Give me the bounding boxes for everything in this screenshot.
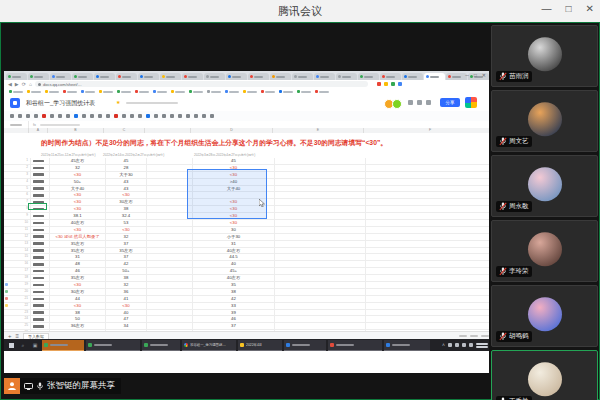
empty-cell[interactable] <box>275 275 366 281</box>
gap-cell[interactable] <box>147 296 193 302</box>
score-cell-c[interactable]: 40 <box>106 310 147 316</box>
score-cell-d[interactable]: 37 <box>193 323 275 329</box>
empty-cell[interactable] <box>275 282 366 288</box>
score-cell-b[interactable]: 50 <box>50 316 106 322</box>
taskbar-window-button[interactable] <box>284 340 326 351</box>
minimize-button[interactable]: — <box>542 3 552 14</box>
score-cell-c[interactable]: 32 <box>106 234 147 240</box>
toolbar-icon[interactable] <box>130 114 134 118</box>
score-cell-c[interactable]: 53 <box>106 220 147 226</box>
name-cell[interactable] <box>31 323 50 329</box>
score-cell-b[interactable]: 40左右 <box>50 220 106 226</box>
toolbar-icon[interactable] <box>50 114 54 118</box>
bookmark-item[interactable] <box>243 90 257 93</box>
name-cell[interactable] <box>31 316 50 322</box>
empty-cell[interactable] <box>366 227 489 233</box>
gap-cell[interactable] <box>147 227 193 233</box>
score-cell-b[interactable]: 35左右 <box>50 275 106 281</box>
reload-icon[interactable]: ⟳ <box>22 80 26 88</box>
table-row[interactable]: 2536左右3437 <box>4 323 489 330</box>
gap-cell[interactable] <box>147 275 193 281</box>
score-cell-b[interactable]: 大于40 <box>50 186 106 192</box>
empty-cell[interactable] <box>366 303 489 309</box>
score-cell-b[interactable]: 36左右 <box>50 323 106 329</box>
table-row[interactable]: 23384039 <box>4 310 489 317</box>
name-cell[interactable] <box>31 165 50 171</box>
score-cell-b[interactable]: 32 <box>50 165 106 171</box>
table-row[interactable]: 145左右4545 <box>4 158 489 165</box>
participant-tile[interactable]: 周永敭 <box>491 155 598 217</box>
empty-cell[interactable] <box>366 199 489 205</box>
cell-selection-range[interactable] <box>187 169 267 219</box>
gap-cell[interactable] <box>147 234 193 240</box>
forward-icon[interactable]: ▶ <box>15 80 19 88</box>
browser-tab[interactable] <box>424 73 445 80</box>
toolbar-icon[interactable] <box>10 114 14 118</box>
toolbar-icon[interactable] <box>90 114 94 118</box>
score-cell-c[interactable]: <30 <box>106 303 147 309</box>
tray-icon[interactable] <box>469 343 473 347</box>
empty-cell[interactable] <box>275 172 366 178</box>
participant-tile[interactable]: 周文艺 <box>491 90 598 152</box>
empty-cell[interactable] <box>275 234 366 240</box>
name-cell[interactable] <box>31 179 50 185</box>
gap-cell[interactable] <box>147 158 193 164</box>
browser-tab[interactable] <box>182 73 203 80</box>
table-row[interactable]: 19<303235 <box>4 282 489 289</box>
gap-cell[interactable] <box>147 220 193 226</box>
browser-tab[interactable] <box>380 73 401 80</box>
toolbar-icon[interactable] <box>194 114 198 118</box>
score-cell-b[interactable]: <30 <box>50 282 106 288</box>
score-cell-b[interactable]: 35左右 <box>50 248 106 254</box>
score-cell-b[interactable]: <30 <box>50 303 106 309</box>
toolbar-icon[interactable] <box>34 114 38 118</box>
toolbar-icon[interactable] <box>106 114 110 118</box>
empty-cell[interactable] <box>366 213 489 219</box>
bookmark-item[interactable] <box>207 90 221 93</box>
bookmark-item[interactable] <box>279 90 293 93</box>
empty-cell[interactable] <box>275 310 366 316</box>
score-cell-d[interactable]: 40左右 <box>193 248 275 254</box>
taskbar-window-button[interactable] <box>384 340 430 351</box>
name-cell[interactable] <box>31 248 50 254</box>
toolbar-icon[interactable] <box>202 114 206 118</box>
empty-cell[interactable] <box>275 186 366 192</box>
name-cell[interactable] <box>31 254 50 260</box>
extension-icons[interactable] <box>377 82 402 86</box>
score-cell-b[interactable]: <30 <box>50 192 106 198</box>
toolbar-icon[interactable] <box>26 114 30 118</box>
formula-value[interactable] <box>40 124 80 126</box>
browser-tab[interactable] <box>446 73 467 80</box>
bookmark-item[interactable] <box>99 90 113 93</box>
name-cell[interactable] <box>31 192 50 198</box>
score-cell-c[interactable]: 32 <box>106 282 147 288</box>
score-cell-b[interactable]: 46 <box>50 268 106 274</box>
table-row[interactable]: 21444142 <box>4 296 489 303</box>
empty-cell[interactable] <box>275 179 366 185</box>
empty-cell[interactable] <box>366 220 489 226</box>
toolbar-icon[interactable] <box>74 114 78 118</box>
gap-cell[interactable] <box>147 303 193 309</box>
extension-icon[interactable] <box>398 82 402 86</box>
gap-cell[interactable] <box>147 289 193 295</box>
score-cell-c[interactable]: 43 <box>106 179 147 185</box>
toolbar-icon[interactable] <box>122 114 126 118</box>
empty-cell[interactable] <box>275 268 366 274</box>
browser-tab[interactable] <box>358 73 379 80</box>
score-cell-d[interactable]: 33 <box>193 303 275 309</box>
toolbar-icon[interactable] <box>170 114 174 118</box>
score-cell-b[interactable]: 38 <box>50 310 106 316</box>
score-cell-b[interactable]: 45左右 <box>50 158 106 164</box>
browser-tab[interactable] <box>314 73 335 80</box>
tencent-docs-logo-icon[interactable] <box>465 97 477 108</box>
doc-title[interactable]: 和谷组一_学习强国统计表 <box>26 99 95 108</box>
name-cell[interactable] <box>31 172 50 178</box>
empty-cell[interactable] <box>366 296 489 302</box>
empty-cell[interactable] <box>366 179 489 185</box>
taskbar-window-button[interactable] <box>86 340 140 351</box>
participant-tile[interactable]: 苗雨润 <box>491 25 598 87</box>
empty-cell[interactable] <box>366 206 489 212</box>
back-icon[interactable]: ◀ <box>8 80 12 88</box>
empty-cell[interactable] <box>366 241 489 247</box>
tray-expand-icon[interactable]: ˄ <box>442 342 445 348</box>
